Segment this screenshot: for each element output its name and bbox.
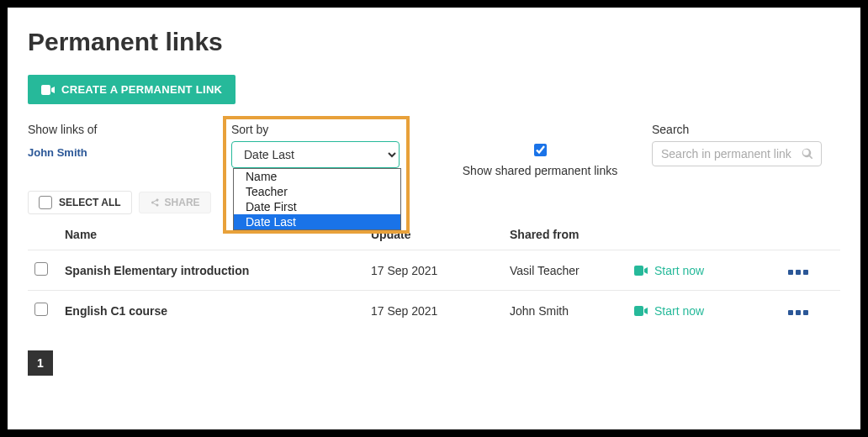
show-links-of-label: Show links of	[28, 123, 231, 136]
sort-option-teacher[interactable]: Teacher	[234, 184, 400, 199]
sort-by-label: Sort by	[231, 123, 428, 136]
row-checkbox[interactable]	[34, 303, 48, 316]
start-now-label: Start now	[654, 304, 704, 318]
share-icon	[150, 197, 160, 208]
pagination: 1	[28, 350, 840, 376]
row-more-menu-icon[interactable]	[788, 270, 808, 275]
search-input[interactable]	[652, 141, 822, 166]
row-name[interactable]: Spanish Elementary introduction	[65, 264, 371, 277]
row-date: 17 Sep 2021	[371, 304, 510, 318]
show-links-of-user[interactable]: John Smith	[28, 146, 231, 159]
start-now-label: Start now	[654, 264, 704, 277]
video-camera-icon	[41, 85, 55, 95]
search-icon[interactable]	[802, 148, 813, 160]
table-row: English C1 course 17 Sep 2021 John Smith…	[28, 290, 840, 330]
video-camera-icon	[634, 306, 648, 316]
show-shared-checkbox[interactable]	[534, 144, 547, 156]
select-all-button[interactable]: SELECT ALL	[28, 191, 132, 214]
bulk-share-button[interactable]: SHARE	[139, 192, 211, 213]
start-now-button[interactable]: Start now	[634, 264, 765, 277]
create-permanent-link-button[interactable]: CREATE A PERMANENT LINK	[28, 75, 236, 104]
create-button-label: CREATE A PERMANENT LINK	[61, 83, 222, 96]
row-name[interactable]: English C1 course	[65, 304, 371, 318]
show-shared-label: Show shared permanent links	[463, 164, 617, 177]
search-label: Search	[652, 123, 840, 136]
sort-by-dropdown-list: Name Teacher Date First Date Last	[233, 168, 401, 230]
sort-option-date-last[interactable]: Date Last	[234, 214, 400, 229]
select-all-label: SELECT ALL	[59, 197, 121, 208]
sort-by-select[interactable]: Date Last	[231, 141, 400, 168]
page-title: Permanent links	[28, 28, 840, 56]
row-more-menu-icon[interactable]	[788, 310, 808, 315]
col-header-shared-from[interactable]: Shared from	[510, 228, 634, 241]
select-all-checkbox-icon	[39, 196, 52, 209]
table-header-row: Name Update Shared from	[28, 219, 840, 250]
start-now-button[interactable]: Start now	[634, 304, 765, 318]
table-row: Spanish Elementary introduction 17 Sep 2…	[28, 250, 840, 290]
bulk-share-label: SHARE	[165, 197, 200, 208]
row-shared-from: John Smith	[510, 304, 634, 318]
sort-option-date-first[interactable]: Date First	[234, 199, 400, 214]
video-camera-icon	[634, 266, 648, 276]
row-date: 17 Sep 2021	[371, 264, 510, 277]
sort-option-name[interactable]: Name	[234, 169, 400, 184]
page-1-button[interactable]: 1	[28, 350, 53, 376]
links-table: Name Update Shared from Spanish Elementa…	[28, 219, 840, 330]
row-checkbox[interactable]	[34, 262, 48, 276]
row-shared-from: Vasil Teacher	[510, 264, 634, 277]
